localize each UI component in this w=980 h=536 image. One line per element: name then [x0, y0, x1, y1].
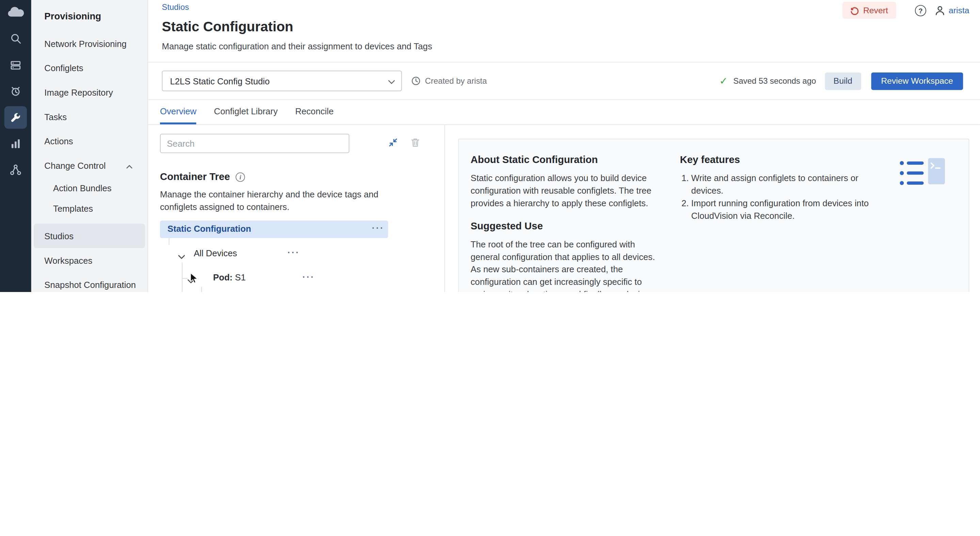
tab-configlet-library[interactable]: Configlet Library: [214, 100, 278, 124]
clock-icon: [411, 76, 421, 86]
sidebar-item-actions[interactable]: Actions: [34, 129, 145, 153]
save-status: ✓ Saved 53 seconds ago: [719, 75, 816, 87]
overflow-menu-icon[interactable]: ···: [372, 223, 384, 233]
main-area: Studios Static Configuration Manage stat…: [148, 0, 980, 292]
key-features-list: Write and assign configlets to container…: [680, 172, 874, 222]
about-title: About Static Configuration: [471, 154, 665, 165]
sidebar-item-workspaces[interactable]: Workspaces: [34, 248, 145, 273]
studio-select[interactable]: L2LS Static Config Studio: [162, 70, 402, 91]
key-feature-item: Write and assign configlets to container…: [691, 172, 874, 197]
metrics-icon[interactable]: [5, 132, 27, 155]
person-icon: [934, 5, 946, 16]
sidebar-item-network-provisioning[interactable]: Network Provisioning: [34, 31, 145, 56]
provisioning-icon[interactable]: [5, 106, 27, 129]
chevron-down-icon[interactable]: [178, 250, 185, 262]
search-icon[interactable]: [5, 27, 27, 50]
container-tree: Static Configuration ··· All Devices ···: [160, 221, 444, 292]
suggested-use-body: The root of the tree can be configured w…: [471, 238, 665, 292]
username: arista: [949, 6, 969, 15]
cloudvision-logo-icon[interactable]: [5, 2, 27, 24]
sidebar-item-studios[interactable]: Studios: [34, 224, 145, 248]
configlet-illustration: [897, 156, 947, 292]
build-button[interactable]: Build: [825, 72, 861, 89]
tab-overview[interactable]: Overview: [160, 100, 196, 124]
breadcrumb-studios[interactable]: Studios: [162, 2, 189, 12]
sidebar-item-tasks[interactable]: Tasks: [34, 105, 145, 129]
sidebar-item-templates[interactable]: Templates: [34, 198, 145, 219]
suggested-use-title: Suggested Use: [471, 221, 665, 232]
overflow-menu-icon[interactable]: ···: [288, 247, 300, 257]
devices-icon[interactable]: [5, 54, 27, 76]
container-tree-panel: Container Tree i Manage the container hi…: [148, 125, 445, 292]
tree-row-all-devices[interactable]: All Devices ···: [160, 245, 388, 262]
key-feature-item: Import running configuration from device…: [691, 197, 874, 221]
collapse-all-icon[interactable]: [388, 137, 398, 150]
studio-select-value: L2LS Static Config Studio: [170, 76, 270, 86]
sidebar-item-configlets[interactable]: Configlets: [34, 56, 145, 80]
page-header: Studios Static Configuration Manage stat…: [148, 0, 980, 63]
tree-row-pod-s1[interactable]: Pod: S1 ···: [160, 269, 388, 286]
sidebar-title: Provisioning: [31, 0, 147, 31]
tab-reconcile[interactable]: Reconcile: [295, 100, 334, 124]
icon-rail: [0, 0, 31, 292]
events-icon[interactable]: [5, 80, 27, 102]
tab-bar: Overview Configlet Library Reconcile: [148, 100, 980, 125]
created-by: Created by arista: [411, 76, 487, 86]
tree-root-label: Static Configuration: [167, 224, 251, 234]
help-icon[interactable]: ?: [915, 5, 926, 16]
page-title: Static Configuration: [162, 19, 293, 35]
sidebar-item-image-repository[interactable]: Image Repository: [34, 80, 145, 105]
revert-button[interactable]: Revert: [843, 2, 896, 19]
about-card: About Static Configuration Static config…: [458, 139, 969, 292]
key-features-title: Key features: [680, 154, 874, 165]
about-body: Static configuration allows you to build…: [471, 172, 665, 209]
review-workspace-button[interactable]: Review Workspace: [871, 72, 963, 89]
studio-bar: L2LS Static Config Studio Created by ari…: [148, 63, 980, 100]
undo-icon: [851, 6, 859, 14]
overview-panel: About Static Configuration Static config…: [445, 125, 980, 292]
tree-root-row[interactable]: Static Configuration ···: [160, 221, 388, 238]
chevron-down-icon: [388, 76, 395, 86]
search-input[interactable]: [160, 134, 349, 153]
user-menu[interactable]: arista: [934, 5, 969, 16]
overflow-menu-icon[interactable]: ···: [302, 272, 315, 282]
sidebar-item-action-bundles[interactable]: Action Bundles: [34, 177, 145, 198]
sidebar-item-change-control[interactable]: Change Control: [34, 153, 145, 178]
check-icon: ✓: [719, 75, 728, 87]
container-tree-title: Container Tree: [160, 171, 230, 183]
mouse-cursor: [190, 273, 198, 286]
container-tree-description: Manage the container hierarchy and the d…: [160, 188, 410, 213]
sidebar: Provisioning Network Provisioning Config…: [31, 0, 148, 292]
topology-icon[interactable]: [5, 159, 27, 181]
page-subtitle: Manage static configuration and their as…: [162, 41, 432, 51]
info-icon[interactable]: i: [235, 172, 245, 182]
sidebar-item-snapshot-configuration[interactable]: Snapshot Configuration: [34, 272, 145, 292]
app-window: Provisioning Network Provisioning Config…: [0, 0, 980, 292]
chevron-up-icon: [126, 160, 132, 170]
delete-icon[interactable]: [410, 137, 420, 150]
